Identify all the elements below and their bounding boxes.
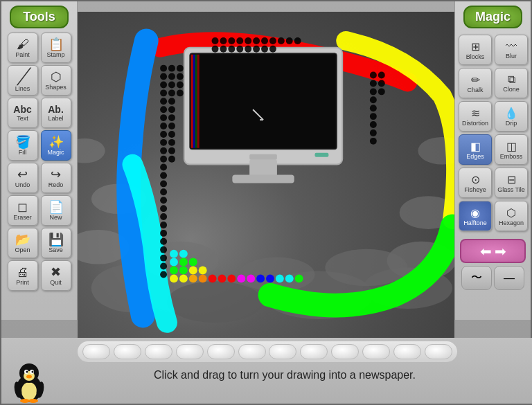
line-button[interactable]: — bbox=[494, 266, 524, 290]
label-button[interactable]: Ab. Label bbox=[41, 98, 71, 128]
bubble-btn-4[interactable] bbox=[176, 344, 204, 359]
paint-button[interactable]: 🖌 Paint bbox=[8, 33, 38, 63]
quit-button[interactable]: ✖ Quit bbox=[41, 260, 71, 291]
fisheye-button[interactable]: ⊙ Fisheye bbox=[459, 168, 492, 198]
clone-label: Clone bbox=[503, 86, 520, 93]
svg-point-115 bbox=[237, 274, 245, 282]
stamp-button[interactable]: 📋 Stamp bbox=[41, 33, 71, 63]
blur-button[interactable]: 〰 Blur bbox=[495, 35, 528, 65]
lines-button[interactable]: ╱ Lines bbox=[8, 65, 38, 96]
label-label: Label bbox=[48, 115, 63, 122]
svg-point-117 bbox=[256, 274, 265, 282]
svg-point-96 bbox=[370, 121, 377, 128]
magic-grid: ⊞ Blocks 〰 Blur ✏ Chalk ⧉ Clone ≋ Distor… bbox=[455, 33, 531, 233]
redo-button[interactable]: ↪ Redo bbox=[41, 163, 71, 193]
svg-point-108 bbox=[170, 274, 178, 282]
svg-point-101 bbox=[170, 258, 178, 267]
blocks-label: Blocks bbox=[466, 53, 485, 60]
fill-button[interactable]: 🪣 Fill bbox=[8, 130, 38, 161]
eraser-button[interactable]: ◻ Eraser bbox=[8, 195, 38, 226]
svg-point-28 bbox=[177, 65, 184, 72]
magic-button[interactable]: ✨ Magic bbox=[41, 130, 71, 161]
bubble-btn-8[interactable] bbox=[300, 344, 328, 359]
chalk-button[interactable]: ✏ Chalk bbox=[459, 68, 492, 98]
svg-point-112 bbox=[209, 274, 217, 282]
svg-point-111 bbox=[199, 274, 207, 282]
distortion-button[interactable]: ≋ Distortion bbox=[459, 101, 492, 132]
bubble-btn-10[interactable] bbox=[362, 344, 390, 359]
bubble-btn-9[interactable] bbox=[331, 344, 359, 359]
paint-strokes-svg bbox=[78, 12, 454, 338]
clone-button[interactable]: ⧉ Clone bbox=[495, 68, 528, 98]
right-arrow-icon: ➡ bbox=[495, 243, 506, 260]
svg-rect-22 bbox=[249, 154, 277, 160]
svg-point-78 bbox=[294, 37, 301, 44]
svg-rect-18 bbox=[195, 55, 197, 148]
blocks-button[interactable]: ⊞ Blocks bbox=[459, 35, 492, 65]
svg-point-44 bbox=[160, 123, 167, 129]
bubble-btn-11[interactable] bbox=[393, 344, 421, 359]
drip-button[interactable]: 💧 Drip bbox=[495, 101, 528, 132]
open-label: Open bbox=[15, 246, 30, 253]
svg-point-26 bbox=[160, 65, 167, 72]
undo-icon: ↩ bbox=[17, 168, 28, 181]
svg-point-82 bbox=[236, 46, 243, 53]
svg-point-32 bbox=[160, 81, 167, 88]
tool-row-1: 🖌 Paint 📋 Stamp bbox=[4, 33, 74, 63]
squiggle-button[interactable]: 〜 bbox=[461, 266, 492, 290]
svg-point-29 bbox=[160, 73, 167, 80]
emboss-label: Emboss bbox=[500, 153, 523, 160]
bubble-btn-3[interactable] bbox=[145, 344, 172, 359]
magic-label: Magic bbox=[47, 149, 64, 156]
svg-point-90 bbox=[378, 80, 385, 87]
svg-rect-23 bbox=[314, 153, 328, 157]
bubble-btn-12[interactable] bbox=[425, 344, 452, 359]
svg-point-79 bbox=[212, 46, 219, 53]
new-label: New bbox=[49, 214, 62, 221]
bubble-btn-5[interactable] bbox=[207, 344, 235, 359]
save-button[interactable]: 💾 Save bbox=[41, 228, 71, 258]
shapes-label: Shapes bbox=[45, 84, 66, 91]
svg-rect-17 bbox=[193, 55, 195, 148]
left-toolbar: Tools 🖌 Paint 📋 Stamp ╱ Lines ⬡ Shapes bbox=[1, 1, 78, 320]
hexagon-button[interactable]: ⬡ Hexagon bbox=[495, 201, 528, 231]
tool-row-7: 📂 Open 💾 Save bbox=[4, 228, 74, 258]
undo-button[interactable]: ↩ Undo bbox=[8, 163, 38, 193]
svg-point-54 bbox=[160, 164, 167, 171]
svg-point-128 bbox=[26, 371, 28, 373]
open-button[interactable]: 📂 Open bbox=[8, 228, 38, 258]
svg-point-83 bbox=[245, 46, 251, 53]
svg-point-37 bbox=[177, 89, 184, 96]
lines-label: Lines bbox=[15, 85, 30, 92]
bubble-btn-2[interactable] bbox=[114, 344, 141, 359]
svg-point-100 bbox=[179, 250, 188, 258]
quit-label: Quit bbox=[50, 279, 62, 286]
shapes-button[interactable]: ⬡ Shapes bbox=[41, 65, 71, 96]
svg-point-114 bbox=[227, 274, 236, 282]
bubble-btn-7[interactable] bbox=[269, 344, 296, 359]
drip-icon: 💧 bbox=[504, 107, 518, 120]
edges-button[interactable]: ◧ Edges bbox=[459, 134, 492, 165]
new-button[interactable]: 📄 New bbox=[41, 195, 71, 226]
svg-point-105 bbox=[179, 267, 188, 275]
svg-point-120 bbox=[285, 274, 294, 282]
svg-point-75 bbox=[269, 37, 276, 44]
svg-point-110 bbox=[189, 274, 197, 282]
svg-point-41 bbox=[168, 106, 175, 113]
halftone-button[interactable]: ◉ Halftone bbox=[459, 201, 492, 231]
svg-point-53 bbox=[168, 156, 175, 163]
shapes-icon: ⬡ bbox=[51, 71, 62, 83]
print-button[interactable]: 🖨 Print bbox=[8, 260, 38, 291]
bubble-btn-6[interactable] bbox=[238, 344, 266, 359]
bubble-btn-1[interactable] bbox=[82, 344, 110, 359]
svg-point-1 bbox=[167, 281, 263, 323]
glass-tile-button[interactable]: ⊟ Glass Tile bbox=[495, 168, 528, 198]
svg-point-91 bbox=[370, 88, 377, 95]
canvas-area[interactable] bbox=[78, 12, 454, 338]
emboss-button[interactable]: ◫ Emboss bbox=[495, 134, 528, 165]
svg-point-67 bbox=[160, 271, 167, 278]
left-right-arrows-button[interactable]: ⬅ ➡ bbox=[460, 239, 526, 263]
svg-point-51 bbox=[168, 147, 175, 154]
text-button[interactable]: Abc Text bbox=[8, 98, 38, 128]
tool-row-3: Abc Text Ab. Label bbox=[4, 98, 74, 128]
